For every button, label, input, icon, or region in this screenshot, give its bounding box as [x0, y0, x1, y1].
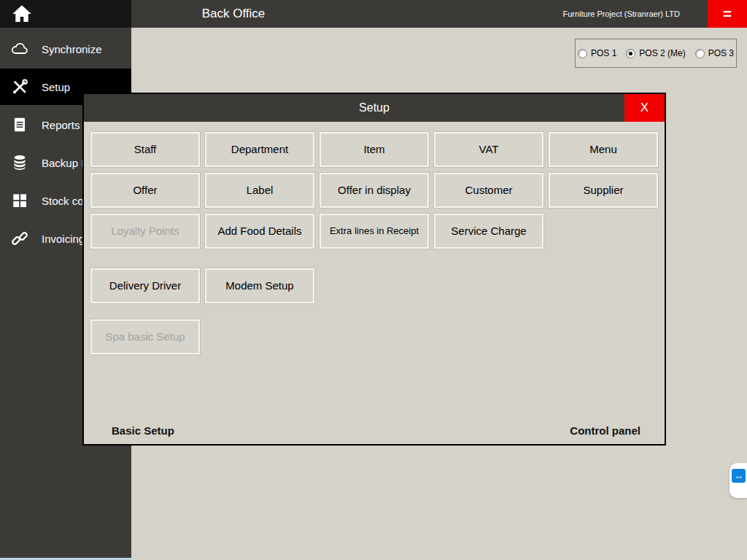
modem-setup-button[interactable]: Modem Setup [205, 268, 314, 303]
pos-radio-option-1[interactable]: POS 1 [578, 48, 616, 58]
service-charge-button[interactable]: Service Charge [434, 214, 543, 249]
offer-in-display-button[interactable]: Offer in display [320, 173, 429, 208]
setup-button-row: Delivery DriverModem Setup [90, 268, 665, 303]
loyalty-points-button: Loyalty Points [90, 214, 200, 249]
setup-button-row: Spa basic Setup [90, 319, 665, 354]
grid-icon [9, 191, 29, 211]
vat-button[interactable]: VAT [434, 132, 543, 167]
sidebar-item-label: Setup [42, 81, 70, 93]
sidebar-item-label: Synchronize [42, 43, 102, 55]
offer-button[interactable]: Offer [90, 173, 200, 208]
footer-label-basic-setup: Basic Setup [112, 424, 174, 437]
close-button[interactable]: X [624, 94, 665, 122]
sidebar-item-label: Invoicing [42, 233, 85, 245]
spa-basic-setup-button: Spa basic Setup [90, 319, 200, 354]
home-button[interactable] [0, 0, 131, 28]
company-name: Furniture Project (Stranraer) LTD [562, 0, 680, 28]
hamburger-menu-button[interactable]: = [708, 0, 747, 28]
customer-button[interactable]: Customer [434, 173, 543, 208]
page-title: Back Office [131, 0, 336, 28]
footer-label-control-panel: Control panel [570, 424, 640, 437]
tools-icon [9, 77, 29, 97]
double-arrow-icon: ↔ [732, 469, 746, 483]
menu-button[interactable]: Menu [549, 132, 658, 167]
radio-icon[interactable] [578, 49, 587, 58]
extra-lines-in-receipt-button[interactable]: Extra lines in Receipt [320, 214, 429, 249]
report-icon [9, 115, 29, 135]
sidebar-item-synchronize[interactable]: Synchronize [0, 31, 131, 67]
setup-dialog: Setup X StaffDepartmentItemVATMenuOfferL… [82, 93, 666, 446]
department-button[interactable]: Department [205, 132, 314, 167]
setup-button-row: Loyalty PointsAdd Food DetailsExtra line… [90, 214, 665, 249]
setup-button-row: StaffDepartmentItemVATMenu [90, 132, 665, 167]
pos-radio-label: POS 1 [591, 48, 616, 58]
pos-selector-group: POS 1POS 2 (Me)POS 3 [575, 39, 737, 68]
top-bar: Back Office Furniture Project (Stranraer… [0, 0, 747, 28]
add-food-details-button[interactable]: Add Food Details [205, 214, 314, 249]
setup-dialog-body: StaffDepartmentItemVATMenuOfferLabelOffe… [84, 122, 665, 444]
link-icon [9, 229, 29, 249]
database-icon [9, 153, 29, 173]
sidebar-item-label: Backup I [42, 157, 84, 169]
label-button[interactable]: Label [205, 173, 314, 208]
supplier-button[interactable]: Supplier [549, 173, 658, 208]
home-icon [12, 4, 32, 23]
delivery-driver-button[interactable]: Delivery Driver [90, 268, 200, 303]
pos-radio-option-2[interactable]: POS 2 (Me) [626, 48, 685, 58]
pos-radio-label: POS 2 (Me) [639, 48, 685, 58]
setup-button-grid: StaffDepartmentItemVATMenuOfferLabelOffe… [84, 122, 665, 354]
setup-dialog-title: Setup [84, 94, 665, 122]
pos-radio-option-3[interactable]: POS 3 [695, 48, 734, 58]
item-button[interactable]: Item [320, 132, 429, 167]
radio-icon[interactable] [695, 49, 705, 58]
sidebar-item-label: Reports [42, 119, 80, 131]
teamviewer-tab[interactable]: ↔ [729, 463, 747, 498]
setup-button-row: OfferLabelOffer in displayCustomerSuppli… [90, 173, 665, 208]
radio-icon[interactable] [626, 49, 635, 58]
pos-radio-label: POS 3 [708, 48, 734, 58]
staff-button[interactable]: Staff [90, 132, 200, 167]
setup-dialog-titlebar: Setup X [84, 94, 665, 122]
cloud-icon [9, 39, 29, 59]
